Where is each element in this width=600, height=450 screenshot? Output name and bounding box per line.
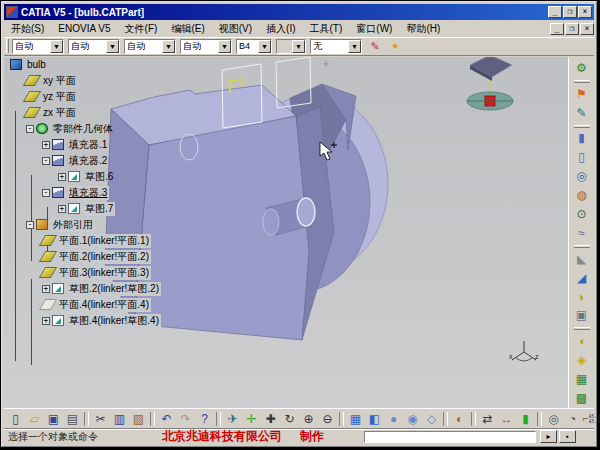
iso-view-icon[interactable]: ◧ [365, 410, 384, 427]
rib-icon[interactable]: ≈ [572, 224, 591, 242]
collapse-icon[interactable]: - [26, 221, 34, 229]
undo-icon[interactable]: ↶ [157, 410, 176, 427]
pocket-icon[interactable]: ▯ [572, 148, 591, 166]
wireframe-icon[interactable]: ◇ [422, 410, 441, 427]
hole-icon[interactable]: ⊙ [572, 205, 591, 223]
format-dropdown-4[interactable]: B4▼ [236, 39, 272, 54]
tree-node-label[interactable]: zx 平面 [41, 106, 78, 120]
tree-node-label[interactable]: 填充器.1 [67, 138, 109, 152]
expand-icon[interactable]: + [58, 173, 66, 181]
tree-node-label[interactable]: 平面.4(linker!平面.4) [57, 298, 151, 312]
tree-node-label[interactable]: 草图.4(linker!草图.4) [67, 314, 161, 328]
menu-item-6[interactable]: 工具(T) [303, 22, 350, 35]
tree-node-label[interactable]: 草图.6 [83, 170, 115, 184]
tree-node-label[interactable]: 平面.3(linker!平面.3) [57, 266, 151, 280]
chamfer-icon[interactable]: ◣ [572, 250, 591, 268]
toolbar-grip[interactable] [574, 125, 590, 128]
new-file-icon[interactable]: ▯ [6, 410, 25, 427]
swap-visible-space-icon[interactable]: ⇄ [478, 410, 497, 427]
paste-icon[interactable]: ▧ [129, 410, 148, 427]
knowledge-icon[interactable]: ◎ [544, 410, 563, 427]
tree-node-label[interactable]: 填充器.2 [67, 154, 109, 168]
chevron-down-icon[interactable]: ▼ [50, 40, 63, 53]
cut-icon[interactable]: ✂ [91, 410, 110, 427]
expand-icon[interactable]: + [58, 205, 66, 213]
tree-node-label[interactable]: 平面.2(linker!平面.2) [57, 250, 151, 264]
menu-item-5[interactable]: 插入(I) [259, 22, 302, 35]
shaded-edges-icon[interactable]: ◉ [403, 410, 422, 427]
measure-icon[interactable]: ↔ [497, 410, 516, 427]
open-file-icon[interactable]: ▱ [25, 410, 44, 427]
fly-mode-icon[interactable]: ✈ [223, 410, 242, 427]
graphic-properties-wizard-icon[interactable]: ✦ [386, 38, 404, 55]
shell-icon[interactable]: ▣ [572, 307, 591, 325]
hide-show-icon[interactable]: ◐ [450, 410, 469, 427]
tree-node[interactable]: -填充器.3 [42, 185, 109, 200]
toolbar-grip[interactable] [6, 39, 9, 53]
groove-icon[interactable]: ◍ [572, 186, 591, 204]
format-dropdown-6[interactable]: 无▼ [310, 39, 362, 54]
chevron-down-icon[interactable]: ▼ [348, 40, 361, 53]
tree-node[interactable]: -零部件几何体 [26, 121, 115, 136]
format-dropdown-3[interactable]: 自动▼ [180, 39, 232, 54]
tree-node[interactable]: yz 平面 [26, 89, 78, 104]
tree-node-label[interactable]: bulb [25, 59, 48, 70]
menu-item-4[interactable]: 视图(V) [212, 22, 259, 35]
variable-fillet-icon[interactable]: ◖ [572, 332, 591, 350]
power-input-field[interactable] [364, 431, 536, 443]
format-dropdown-0[interactable]: 自动▼ [12, 39, 64, 54]
format-dropdown-1[interactable]: 自动▼ [68, 39, 120, 54]
tree-node[interactable]: -外部引用 [26, 217, 95, 232]
tree-node[interactable]: +草图.4(linker!草图.4) [42, 313, 161, 328]
tritangent-fillet-icon[interactable]: ◈ [572, 351, 591, 369]
tree-node-label[interactable]: xy 平面 [41, 74, 78, 88]
collapse-icon[interactable]: - [42, 189, 50, 197]
collapse-icon[interactable]: - [26, 125, 34, 133]
tree-node[interactable]: 平面.3(linker!平面.3) [42, 265, 151, 280]
tree-node[interactable]: +填充器.1 [42, 137, 109, 152]
maximize-button[interactable]: ❐ [563, 6, 577, 18]
catia-app-icon[interactable] [6, 6, 18, 18]
pan-icon[interactable]: ✚ [261, 410, 280, 427]
tree-node[interactable]: 平面.4(linker!平面.4) [42, 297, 151, 312]
tree-node[interactable]: bulb [10, 57, 48, 72]
tree-node-label[interactable]: 外部引用 [51, 218, 95, 232]
menu-item-2[interactable]: 文件(F) [118, 22, 165, 35]
axis-coords-icon[interactable]: ⌐45.145.0 [582, 410, 600, 427]
minimize-button[interactable]: _ [548, 6, 562, 18]
menu-item-0[interactable]: 开始(S) [4, 22, 51, 35]
chevron-down-icon[interactable]: ▼ [292, 40, 305, 53]
format-dropdown-2[interactable]: 自动▼ [124, 39, 176, 54]
chevron-down-icon[interactable]: ▼ [106, 40, 119, 53]
zoom-out-icon[interactable]: ⊖ [318, 410, 337, 427]
menu-item-7[interactable]: 窗口(W) [349, 22, 399, 35]
redo-icon[interactable]: ↷ [176, 410, 195, 427]
expand-icon[interactable]: + [42, 285, 50, 293]
fit-all-in-icon[interactable]: ✛ [242, 410, 261, 427]
expand-icon[interactable]: + [42, 141, 50, 149]
sketcher-icon[interactable]: ✎ [572, 104, 591, 122]
edge-fillet-icon[interactable]: ◗ [572, 288, 591, 306]
chevron-down-icon[interactable]: ▼ [258, 40, 271, 53]
tree-node-label[interactable]: 草图.2(linker!草图.2) [67, 282, 161, 296]
shaft-icon[interactable]: ◎ [572, 167, 591, 185]
copy-icon[interactable]: ▥ [110, 410, 129, 427]
menu-item-3[interactable]: 编辑(E) [164, 22, 211, 35]
whats-this-icon[interactable]: ? [195, 410, 214, 427]
tree-node[interactable]: zx 平面 [26, 105, 78, 120]
tree-node-label[interactable]: 草图.7 [83, 202, 115, 216]
tree-node[interactable]: -填充器.2 [42, 153, 109, 168]
clock-icon[interactable]: ◔ [563, 410, 582, 427]
boolean-operation-icon[interactable]: ▦ [572, 370, 591, 388]
chevron-down-icon[interactable]: ▼ [218, 40, 231, 53]
menu-item-8[interactable]: 帮助(H) [399, 22, 447, 35]
mdi-close-button[interactable]: × [580, 23, 594, 35]
normal-view-icon[interactable]: ▦ [346, 410, 365, 427]
tree-node[interactable]: +草图.6 [58, 169, 115, 184]
toolbar-grip[interactable] [574, 80, 590, 83]
lock-icon[interactable]: ▮ [516, 410, 535, 427]
tree-node[interactable]: xy 平面 [26, 73, 78, 88]
chevron-down-icon[interactable]: ▼ [162, 40, 175, 53]
tree-node-label[interactable]: 平面.1(linker!平面.1) [57, 234, 151, 248]
tree-node[interactable]: +草图.2(linker!草图.2) [42, 281, 161, 296]
